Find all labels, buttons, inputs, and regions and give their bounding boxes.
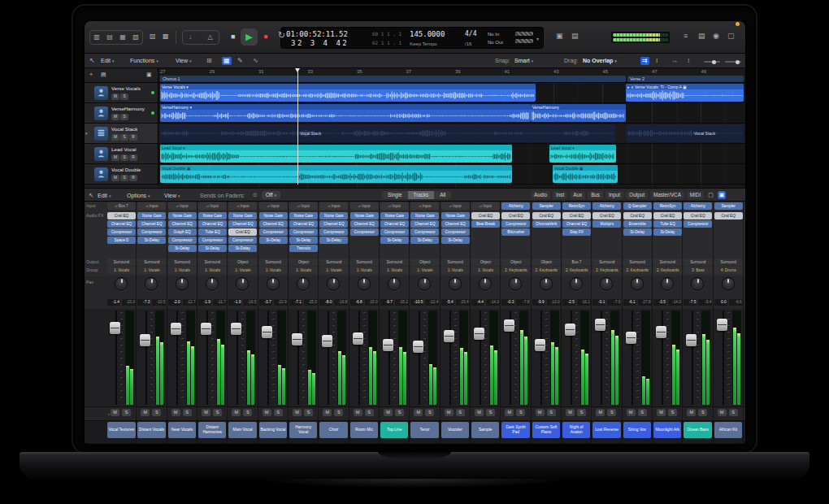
marker[interactable]: Chorus 1 bbox=[160, 76, 626, 82]
fx-slot[interactable]: Graph EQ bbox=[168, 228, 197, 236]
fx-slot[interactable]: Compressor bbox=[410, 228, 439, 236]
fader-handle[interactable] bbox=[565, 324, 575, 336]
add-track-icon[interactable]: + bbox=[89, 72, 93, 77]
group-slot[interactable]: 1: Vocals bbox=[319, 267, 348, 274]
solo-button[interactable]: S bbox=[486, 409, 495, 416]
filter-aux[interactable]: Aux bbox=[570, 191, 585, 200]
inspector-icon[interactable]: ▤ bbox=[106, 34, 113, 41]
filter-midi[interactable]: MIDI bbox=[687, 191, 704, 200]
fader-track[interactable] bbox=[540, 311, 542, 405]
mute-button[interactable]: M bbox=[111, 409, 119, 416]
group-slot[interactable]: 2: Keyboards bbox=[653, 267, 682, 274]
fx-slot[interactable]: St-Delay bbox=[289, 237, 318, 244]
channel-name[interactable]: Distant Harmonies bbox=[198, 422, 227, 438]
region[interactable]: VerseHarmony bbox=[531, 104, 626, 122]
fx-slot[interactable]: Cnsl EQ bbox=[532, 212, 561, 219]
zoom-slider[interactable] bbox=[704, 61, 720, 63]
solo-button[interactable]: S bbox=[668, 409, 677, 416]
filter-audio[interactable]: Audio bbox=[531, 191, 550, 200]
track-solo-button[interactable]: S bbox=[120, 134, 128, 141]
input-slot[interactable]: RetroSyn bbox=[562, 202, 591, 210]
fx-slot[interactable]: St-Delay bbox=[259, 237, 288, 244]
fader-track[interactable] bbox=[297, 311, 299, 405]
solo-button[interactable]: S bbox=[638, 409, 647, 416]
input-slot[interactable]: Alchemy bbox=[501, 202, 530, 210]
input-slot[interactable]: ⇄ Input bbox=[380, 202, 409, 210]
fx-slot[interactable]: Noise Gate bbox=[289, 212, 318, 219]
output-slot[interactable]: Surround bbox=[441, 259, 470, 266]
count-in-icon[interactable]: ▣ bbox=[556, 33, 563, 40]
group-slot[interactable]: 1: Vocals bbox=[228, 267, 257, 274]
group-slot[interactable]: 1: Vocals bbox=[471, 267, 500, 274]
group-slot[interactable]: 2: Keyboards bbox=[532, 267, 561, 274]
channel-name[interactable]: Lost Reverse bbox=[592, 422, 621, 438]
fader-track[interactable] bbox=[419, 311, 420, 405]
output-slot[interactable]: Surround bbox=[259, 259, 288, 266]
pan-knob[interactable] bbox=[691, 277, 704, 290]
input-slot[interactable]: Sampler bbox=[714, 202, 743, 210]
output-slot[interactable]: Object bbox=[228, 259, 257, 266]
output-slot[interactable]: Object bbox=[501, 259, 530, 266]
mute-button[interactable]: M bbox=[475, 409, 484, 416]
region[interactable]: Vocal Double ▣ bbox=[160, 165, 512, 183]
track-lane[interactable]: VerseHarmony ▾VerseHarmony bbox=[158, 103, 745, 124]
fx-slot[interactable]: Compressor bbox=[289, 228, 318, 236]
fx-slot[interactable]: Compressor bbox=[198, 237, 227, 244]
mute-button[interactable]: M bbox=[718, 409, 727, 416]
fx-slot[interactable]: Compressor bbox=[107, 228, 136, 236]
solo-button[interactable]: S bbox=[152, 409, 161, 416]
pan-knob[interactable] bbox=[388, 277, 401, 290]
input-slot[interactable]: Alchemy bbox=[684, 202, 712, 210]
metronome-icon[interactable]: △ bbox=[207, 34, 212, 41]
group-slot[interactable]: 2: Keyboards bbox=[592, 267, 621, 274]
filter-inst[interactable]: Inst bbox=[553, 191, 567, 200]
mute-button[interactable]: M bbox=[263, 409, 271, 416]
channel-name[interactable]: Sample bbox=[471, 422, 500, 438]
fx-slot[interactable]: Noise Gate bbox=[168, 212, 197, 219]
pan-knob[interactable] bbox=[236, 277, 249, 290]
group-slot[interactable]: 2: Keyboards bbox=[501, 267, 530, 274]
dual-view-icon[interactable]: ▣ bbox=[718, 191, 727, 200]
input-slot[interactable]: ⇄ Input bbox=[441, 202, 470, 210]
channel-name[interactable]: String Vox bbox=[623, 422, 652, 438]
fx-slot[interactable]: Cnsl EQ bbox=[501, 212, 530, 219]
record-button[interactable]: ● bbox=[263, 33, 268, 41]
mute-button[interactable]: M bbox=[293, 409, 302, 416]
pan-knob[interactable] bbox=[509, 277, 522, 290]
fx-slot[interactable]: Compressor bbox=[259, 228, 288, 236]
pointer-tool-icon[interactable]: ↖ bbox=[89, 58, 95, 64]
channel-name[interactable]: Choir bbox=[319, 422, 348, 438]
fx-slot[interactable]: Channel EQ bbox=[228, 220, 257, 228]
output-slot[interactable]: Surround bbox=[653, 259, 682, 266]
mute-button[interactable]: M bbox=[232, 409, 241, 416]
fx-slot[interactable]: Space D bbox=[107, 237, 136, 244]
pan-knob[interactable] bbox=[631, 277, 644, 290]
fx-slot[interactable]: Cnsl EQ bbox=[623, 212, 652, 219]
pan-knob[interactable] bbox=[206, 277, 219, 290]
fader-track[interactable] bbox=[267, 311, 269, 405]
input-slot[interactable]: ⇄ Input bbox=[228, 202, 257, 210]
segment-tracks[interactable]: Tracks bbox=[408, 191, 435, 200]
smart-controls-icon[interactable]: ▨ bbox=[150, 33, 156, 40]
notifications-icon[interactable]: ◉ bbox=[713, 33, 719, 40]
mute-button[interactable]: M bbox=[596, 409, 605, 416]
control-bar-display-icon[interactable]: ▢ bbox=[727, 33, 735, 40]
mute-button[interactable]: M bbox=[384, 409, 393, 416]
channel-name[interactable]: Moonlight Ark bbox=[653, 422, 682, 438]
play-button[interactable]: ▶ bbox=[241, 28, 258, 46]
pan-knob[interactable] bbox=[449, 277, 462, 290]
solo-button[interactable]: S bbox=[334, 409, 343, 416]
channel-name[interactable]: Main Vocal bbox=[228, 422, 257, 438]
fx-slot[interactable]: St-Delay bbox=[623, 228, 652, 236]
pan-knob[interactable] bbox=[479, 277, 492, 290]
zoom-slider[interactable] bbox=[725, 61, 741, 63]
fader-track[interactable] bbox=[480, 311, 481, 405]
fx-slot[interactable]: Noise Gate bbox=[441, 212, 470, 219]
input-slot[interactable]: ⇄ Input bbox=[350, 202, 379, 210]
pan-knob[interactable] bbox=[176, 277, 189, 290]
input-slot[interactable]: ⇄ Input bbox=[319, 202, 348, 210]
pan-knob[interactable] bbox=[600, 277, 613, 290]
group-slot[interactable]: 2: Keyboards bbox=[623, 267, 652, 274]
track-lane[interactable]: Lead Vocal ▾Lead Vocal ▾ bbox=[158, 144, 745, 164]
input-slot[interactable]: ⇄ Bus 7 bbox=[107, 202, 136, 210]
